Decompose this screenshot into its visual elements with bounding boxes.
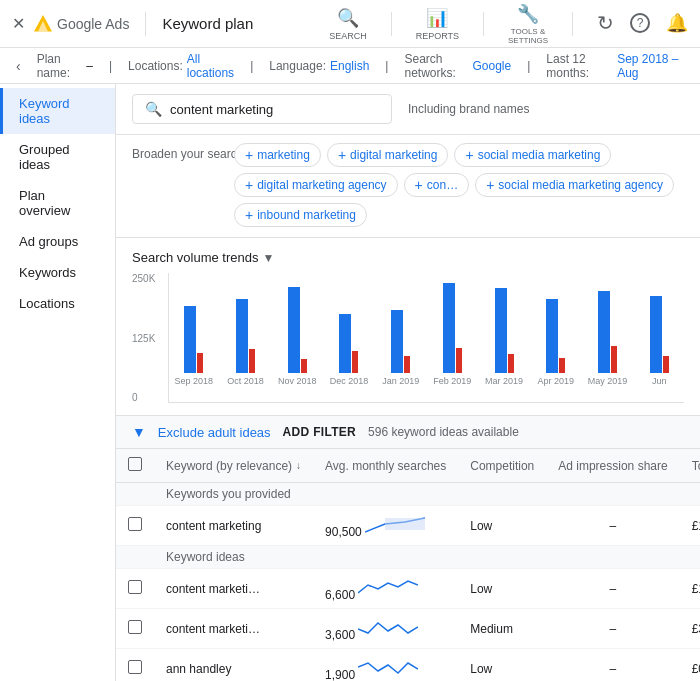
- chart-dropdown-icon[interactable]: ▼: [262, 251, 274, 265]
- sidebar-item-ad-groups[interactable]: Ad groups: [0, 226, 115, 257]
- table-row-idea: content marketi… 6,600 Low – £1.58 £15.5…: [116, 569, 700, 609]
- row-checkbox[interactable]: [128, 580, 142, 594]
- app-name-text: Google Ads: [57, 16, 129, 32]
- reports-symbol: 📊: [426, 7, 448, 29]
- logo-icon: [33, 14, 53, 34]
- main-layout: Keyword ideas Grouped ideas Plan overvie…: [0, 84, 700, 681]
- plan-name-item: Plan name: –: [37, 52, 93, 80]
- table-section: Keyword (by relevance) ↓ Avg. monthly se…: [116, 449, 700, 681]
- bar-group: Sep 2018: [169, 273, 219, 386]
- content-area: 🔍 content marketing Including brand name…: [116, 84, 700, 681]
- chart-title: Search volume trends: [132, 250, 258, 265]
- th-keyword-label: Keyword (by relevance): [166, 459, 292, 473]
- bar-blue: [184, 306, 196, 373]
- refresh-symbol: ↻: [597, 11, 614, 35]
- th-keyword[interactable]: Keyword (by relevance) ↓: [154, 449, 313, 483]
- icons-divider2: [483, 12, 484, 36]
- bar-label: Mar 2019: [485, 376, 523, 386]
- row-checkbox[interactable]: [128, 620, 142, 634]
- search-icon: 🔍: [145, 101, 162, 117]
- nav-back-arrow[interactable]: ‹: [16, 58, 21, 74]
- keyword-count: 596 keyword ideas available: [368, 425, 519, 439]
- cell-searches: 90,500: [313, 506, 458, 546]
- sparkline-svg: [365, 512, 425, 536]
- sidebar-item-locations[interactable]: Locations: [0, 288, 115, 319]
- bar-group: Oct 2018: [221, 273, 271, 386]
- sidebar-item-grouped-ideas[interactable]: Grouped ideas: [0, 134, 115, 180]
- row-checkbox[interactable]: [128, 517, 142, 531]
- bar-pair: [479, 288, 529, 373]
- cell-competition: Low: [458, 649, 546, 682]
- date-value[interactable]: Sep 2018 – Aug: [617, 52, 684, 80]
- bar-blue: [288, 287, 300, 373]
- svg-rect-2: [385, 518, 425, 530]
- broaden-chips: +marketing +digital marketing +social me…: [234, 143, 684, 227]
- sort-icon: ↓: [296, 460, 301, 471]
- sidebar-item-keyword-ideas[interactable]: Keyword ideas: [0, 88, 115, 134]
- language-value[interactable]: English: [330, 59, 369, 73]
- google-ads-logo: Google Ads: [33, 14, 129, 34]
- exclude-adult-link[interactable]: Exclude adult ideas: [158, 425, 271, 440]
- tools-icon-btn[interactable]: 🔧 TOOLS &SETTINGS: [508, 3, 548, 45]
- bar-blue: [443, 283, 455, 373]
- locations-label: Locations:: [128, 59, 183, 73]
- chip-con[interactable]: +con…: [404, 173, 470, 197]
- sidebar-item-plan-overview[interactable]: Plan overview: [0, 180, 115, 226]
- sidebar-item-keywords[interactable]: Keywords: [0, 257, 115, 288]
- reports-icon-btn[interactable]: 📊 REPORTS: [416, 7, 459, 41]
- chart-bars-area: Sep 2018Oct 2018Nov 2018Dec 2018Jan 2019…: [168, 273, 684, 403]
- select-all-checkbox[interactable]: [128, 457, 142, 471]
- row-checkbox[interactable]: [128, 660, 142, 674]
- networks-value[interactable]: Google: [472, 59, 511, 73]
- bar-pair: [221, 299, 271, 373]
- bar-red: [663, 356, 669, 373]
- locations-value[interactable]: All locations: [187, 52, 234, 80]
- chip-marketing[interactable]: +marketing: [234, 143, 321, 167]
- cell-competition: Low: [458, 569, 546, 609]
- cell-keyword: content marketi…: [154, 609, 313, 649]
- search-input[interactable]: content marketing: [170, 102, 273, 117]
- bar-blue: [236, 299, 248, 373]
- refresh-icon-btn[interactable]: ↻: [597, 11, 614, 37]
- bar-blue: [598, 291, 610, 373]
- bar-blue: [495, 288, 507, 373]
- cell-bid-low: £1.58: [680, 569, 700, 609]
- help-icon-btn[interactable]: ?: [630, 13, 650, 35]
- date-item: Last 12 months: Sep 2018 – Aug: [546, 52, 684, 80]
- search-symbol: 🔍: [337, 7, 359, 29]
- chip-social-media-agency[interactable]: +social media marketing agency: [475, 173, 674, 197]
- bar-group: Dec 2018: [324, 273, 374, 386]
- search-box[interactable]: 🔍 content marketing: [132, 94, 392, 124]
- language-item: Language: English: [269, 59, 369, 73]
- chip-social-media-marketing[interactable]: +social media marketing: [454, 143, 611, 167]
- th-impression: Ad impression share: [546, 449, 679, 483]
- th-checkbox[interactable]: [116, 449, 154, 483]
- cell-searches: 6,600: [313, 569, 458, 609]
- bar-group: Nov 2018: [272, 273, 322, 386]
- chip-inbound-marketing[interactable]: +inbound marketing: [234, 203, 367, 227]
- sparkline-svg: [358, 655, 418, 679]
- search-icon-btn[interactable]: 🔍 SEARCH: [329, 7, 367, 41]
- chart-y-labels: 250K 125K 0: [132, 273, 168, 403]
- notifications-icon-btn[interactable]: 🔔: [666, 12, 688, 36]
- top-header: ✕ Google Ads Keyword plan 🔍 SEARCH 📊 REP…: [0, 0, 700, 48]
- sidebar: Keyword ideas Grouped ideas Plan overvie…: [0, 84, 116, 681]
- y-label-top: 250K: [132, 273, 168, 284]
- sidebar-label-grouped-ideas: Grouped ideas: [19, 142, 70, 172]
- chip-digital-marketing[interactable]: +digital marketing: [327, 143, 449, 167]
- bar-label: Dec 2018: [330, 376, 369, 386]
- bar-pair: [428, 283, 478, 373]
- bar-label: Nov 2018: [278, 376, 317, 386]
- cell-impression: –: [546, 609, 679, 649]
- sparkline-svg: [358, 615, 418, 639]
- bar-red: [508, 354, 514, 373]
- bar-group: Apr 2019: [531, 273, 581, 386]
- add-filter-button[interactable]: ADD FILTER: [283, 425, 356, 439]
- chip-digital-marketing-agency[interactable]: +digital marketing agency: [234, 173, 398, 197]
- bar-red: [404, 356, 410, 373]
- locations-item: Locations: All locations: [128, 52, 234, 80]
- cell-bid-low: £1.08: [680, 506, 700, 546]
- bar-red: [352, 351, 358, 373]
- chart-title-row: Search volume trends ▼: [132, 250, 684, 265]
- close-icon[interactable]: ✕: [12, 14, 25, 33]
